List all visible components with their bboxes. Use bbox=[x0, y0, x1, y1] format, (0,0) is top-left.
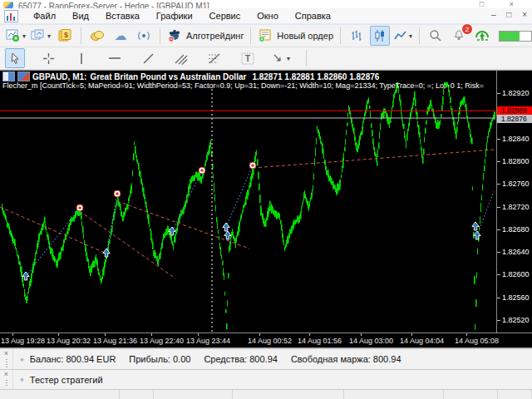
chevron-down-icon: ▾ bbox=[47, 32, 51, 40]
red-dashed-trace-line bbox=[253, 150, 494, 168]
vertical-line-tool-button[interactable] bbox=[71, 48, 91, 68]
balance-part: Прибыль: 0.00 bbox=[129, 354, 190, 364]
price-tick-label: 1.82560 bbox=[502, 293, 530, 302]
blue-dotted-signal-line bbox=[477, 191, 494, 235]
search-button[interactable] bbox=[426, 26, 446, 46]
status-bullet-icon: ● bbox=[20, 376, 24, 383]
menu-item[interactable]: Справка bbox=[287, 9, 339, 22]
chevron-down-icon: ▾ bbox=[287, 55, 290, 62]
mdi-close-icon[interactable]: × bbox=[522, 10, 527, 19]
drag-handle[interactable] bbox=[6, 359, 7, 367]
bid-price-badge: 1.82876 bbox=[497, 115, 532, 123]
objects-tool-button[interactable]: ▾ bbox=[271, 48, 291, 68]
menu-item[interactable]: Сервис bbox=[201, 9, 249, 22]
price-tick-label: 1.82840 bbox=[502, 135, 530, 143]
price-tick-label: 1.82600 bbox=[502, 270, 530, 278]
cloud-button[interactable]: ☁ bbox=[111, 26, 131, 46]
chart-plot-area[interactable]: GBPAUD, M1: Great Britan Pound vs Austra… bbox=[0, 71, 497, 333]
blue-dotted-signal-line bbox=[172, 170, 202, 231]
menu-item[interactable]: Окно bbox=[249, 9, 287, 22]
time-tick-mark bbox=[411, 333, 412, 336]
channel-tool-button[interactable] bbox=[171, 48, 191, 68]
tester-header-cell bbox=[233, 390, 345, 399]
fibonacci-tool-button[interactable] bbox=[204, 48, 224, 68]
mdi-minimize-icon[interactable]: – bbox=[491, 10, 496, 19]
time-tick-label: 14 Aug 04:04 bbox=[400, 337, 444, 345]
price-tick-mark bbox=[497, 252, 500, 253]
tester-title: Тестер стратегий bbox=[30, 375, 103, 385]
crosshair-tool-button[interactable] bbox=[38, 48, 58, 68]
tester-header-cell bbox=[120, 390, 154, 399]
connection-status-bar bbox=[499, 31, 532, 42]
new-order-label: Новый ордер bbox=[277, 31, 333, 41]
deposit-button[interactable] bbox=[87, 26, 107, 46]
mdi-restore-icon[interactable]: □ bbox=[506, 10, 511, 19]
time-axis[interactable]: 13 Aug 19:2813 Aug 20:3213 Aug 21:3613 A… bbox=[0, 332, 532, 347]
price-axis[interactable]: 1.82889 1.82876 1.829201.828401.828001.8… bbox=[496, 71, 532, 333]
market-watch-button[interactable]: $ bbox=[55, 26, 75, 46]
sell-marker bbox=[76, 204, 83, 211]
time-tick-label: 13 Aug 21:36 bbox=[93, 337, 137, 345]
chart-line-button[interactable]: ▾ bbox=[393, 26, 413, 46]
tester-title-row[interactable]: ● Тестер стратегий bbox=[13, 370, 103, 389]
toolbar-separator bbox=[340, 27, 341, 44]
notifications-button[interactable]: 2 bbox=[449, 26, 469, 46]
drag-handle[interactable] bbox=[6, 380, 7, 387]
toolbar-separator bbox=[160, 27, 160, 44]
strategy-tester-bar: × ● Тестер стратегий bbox=[0, 369, 532, 389]
toolbar-standard: ▾ ▾ $ ☁ bbox=[0, 24, 532, 47]
menu-item[interactable]: Графики bbox=[148, 9, 201, 22]
price-tick-label: 1.82520 bbox=[502, 316, 530, 324]
price-tick-mark bbox=[497, 320, 500, 321]
profiles-icon bbox=[31, 29, 46, 42]
profiles-button[interactable]: ▾ bbox=[30, 26, 52, 46]
window-title: 65077 - RannForex-Server - Hedge - [GBPA… bbox=[18, 2, 209, 8]
cursor-tool-button[interactable] bbox=[5, 48, 25, 68]
window-controls[interactable]: □ × bbox=[480, 0, 525, 8]
close-icon[interactable]: × bbox=[4, 371, 8, 378]
signals-icon bbox=[136, 29, 151, 42]
app-icon bbox=[3, 2, 13, 8]
toolbox-grip[interactable]: × bbox=[0, 349, 13, 369]
menu-item[interactable]: Файл bbox=[25, 9, 64, 22]
tester-table-header bbox=[0, 389, 532, 399]
close-icon[interactable]: × bbox=[4, 350, 8, 357]
menu-item[interactable]: Вид bbox=[64, 9, 97, 22]
chart-window[interactable]: GBPAUD, M1: Great Britan Pound vs Austra… bbox=[0, 70, 532, 348]
tester-grip[interactable]: × bbox=[0, 370, 13, 389]
chart-bars-button[interactable] bbox=[347, 26, 367, 46]
mdi-window-controls[interactable]: – □ × bbox=[483, 10, 527, 19]
toolbar-separator bbox=[306, 50, 307, 66]
menu-item[interactable]: Вставка bbox=[97, 9, 148, 22]
toolbox-bar: × ● Баланс: 800.94 EURПрибыль: 0.00Средс… bbox=[0, 348, 532, 369]
arrow-object-icon bbox=[272, 52, 285, 65]
crosshair-icon bbox=[42, 52, 55, 65]
cursor-icon bbox=[9, 52, 21, 65]
status-bullet-icon: ● bbox=[20, 356, 24, 363]
time-tick-mark bbox=[58, 333, 59, 336]
price-chart-canvas[interactable] bbox=[0, 71, 495, 333]
price-tick-mark bbox=[497, 229, 500, 230]
chart-candles-button[interactable] bbox=[370, 26, 390, 46]
new-chart-button[interactable]: ▾ bbox=[5, 26, 27, 46]
notification-badge: 2 bbox=[461, 23, 473, 35]
new-order-button[interactable]: Новый ордер bbox=[257, 26, 334, 46]
svg-text:$: $ bbox=[64, 31, 68, 39]
horizontal-line-tool-button[interactable] bbox=[105, 48, 125, 68]
candles-series bbox=[2, 82, 495, 330]
trendline-tool-button[interactable] bbox=[138, 48, 158, 68]
time-tick-mark bbox=[361, 333, 362, 336]
fibonacci-icon bbox=[208, 52, 221, 65]
text-tool-button[interactable]: T bbox=[238, 48, 258, 68]
vps-button[interactable] bbox=[472, 26, 492, 46]
new-order-icon bbox=[258, 29, 273, 42]
price-tick-mark bbox=[497, 139, 500, 140]
buy-marker bbox=[223, 223, 229, 231]
vps-icon bbox=[474, 29, 490, 42]
toolbar-separator bbox=[250, 27, 251, 44]
chart-title-line: GBPAUD, M1: Great Britan Pound vs Austra… bbox=[2, 71, 379, 81]
algotrading-button[interactable]: Алготрейдинг bbox=[166, 26, 244, 46]
price-tick-mark bbox=[497, 298, 500, 298]
signals-button[interactable] bbox=[134, 26, 154, 46]
price-tick-label: 1.82720 bbox=[502, 203, 530, 211]
